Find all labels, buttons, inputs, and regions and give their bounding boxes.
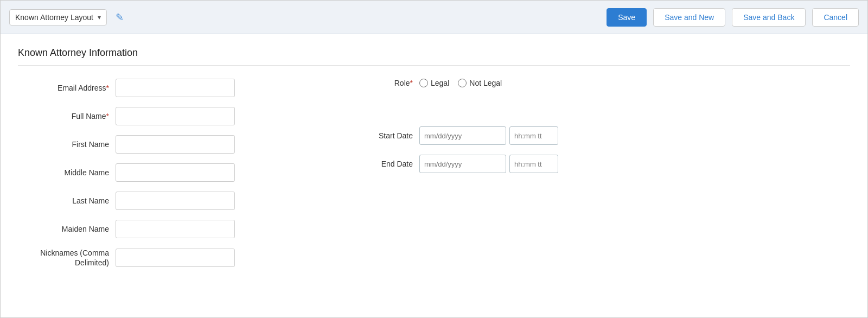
full-name-input[interactable] (116, 107, 235, 125)
form-row-start-date: Start Date (354, 126, 850, 145)
required-star-role: * (410, 79, 413, 87)
spacer-1 (354, 97, 850, 126)
layout-dropdown-label: Known Attorney Layout (15, 13, 93, 22)
role-not-legal-radio[interactable] (458, 79, 467, 87)
start-date-input[interactable] (419, 126, 506, 145)
toolbar: Known Attorney Layout ▾ ✎ Save Save and … (1, 1, 867, 34)
form-row-email: Email Address* (18, 79, 322, 97)
form-row-end-date: End Date (354, 155, 850, 173)
role-label: Role* (354, 79, 419, 87)
start-time-input[interactable] (509, 126, 558, 145)
nicknames-label: Nicknames (CommaDelimited) (18, 248, 116, 268)
maiden-name-label: Maiden Name (18, 225, 116, 233)
edit-icon[interactable]: ✎ (116, 11, 124, 23)
chevron-down-icon: ▾ (98, 14, 101, 21)
save-and-back-button[interactable]: Save and Back (732, 8, 806, 27)
maiden-name-input[interactable] (116, 220, 235, 238)
form-row-nicknames: Nicknames (CommaDelimited) (18, 248, 322, 268)
form-body: Email Address* Full Name* First Name (18, 79, 850, 277)
end-date-input[interactable] (419, 155, 506, 173)
save-and-new-button[interactable]: Save and New (653, 8, 725, 27)
middle-name-input[interactable] (116, 163, 235, 182)
cancel-button[interactable]: Cancel (812, 8, 859, 27)
main-content: Known Attorney Information Email Address… (1, 34, 867, 317)
form-left: Email Address* Full Name* First Name (18, 79, 322, 277)
end-time-input[interactable] (509, 155, 558, 173)
form-row-middle-name: Middle Name (18, 163, 322, 182)
form-row-last-name: Last Name (18, 192, 322, 210)
required-star-fullname: * (106, 112, 109, 120)
form-right: Role* Legal Not Legal (322, 79, 850, 277)
nicknames-input[interactable] (116, 249, 235, 267)
role-radio-group: Legal Not Legal (419, 79, 502, 87)
save-button[interactable]: Save (607, 8, 647, 27)
email-address-label: Email Address* (18, 84, 116, 92)
end-date-label: End Date (354, 160, 419, 168)
role-legal-option[interactable]: Legal (419, 79, 449, 87)
form-row-first-name: First Name (18, 135, 322, 154)
first-name-label: First Name (18, 140, 116, 149)
role-not-legal-option[interactable]: Not Legal (458, 79, 502, 87)
role-legal-radio[interactable] (419, 79, 428, 87)
form-row-role: Role* Legal Not Legal (354, 79, 850, 87)
full-name-label: Full Name* (18, 112, 116, 120)
first-name-input[interactable] (116, 135, 235, 154)
last-name-label: Last Name (18, 196, 116, 205)
required-star-email: * (106, 84, 109, 92)
email-address-input[interactable] (116, 79, 235, 97)
layout-dropdown[interactable]: Known Attorney Layout ▾ (9, 9, 107, 26)
role-legal-label: Legal (431, 79, 449, 87)
form-row-full-name: Full Name* (18, 107, 322, 125)
role-not-legal-label: Not Legal (469, 79, 502, 87)
section-title: Known Attorney Information (18, 47, 850, 66)
form-row-maiden-name: Maiden Name (18, 220, 322, 238)
start-date-label: Start Date (354, 131, 419, 140)
last-name-input[interactable] (116, 192, 235, 210)
app-container: Known Attorney Layout ▾ ✎ Save Save and … (0, 0, 868, 318)
middle-name-label: Middle Name (18, 168, 116, 177)
